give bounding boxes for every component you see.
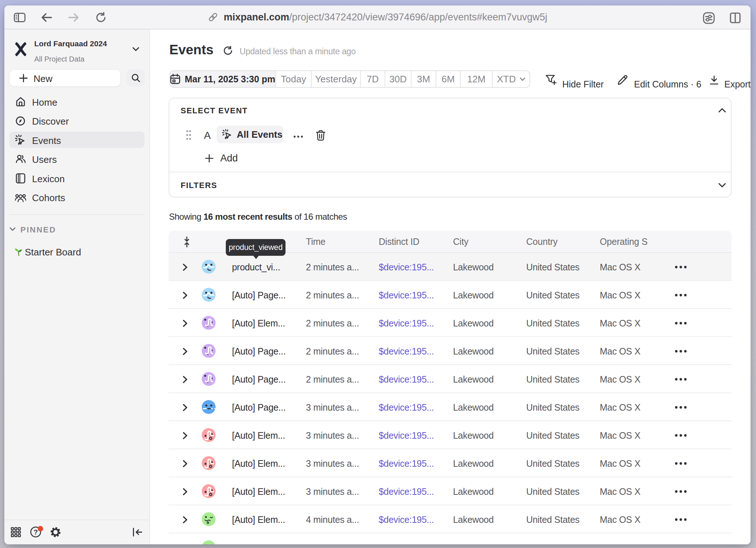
svg-text:?: ? xyxy=(34,528,38,536)
